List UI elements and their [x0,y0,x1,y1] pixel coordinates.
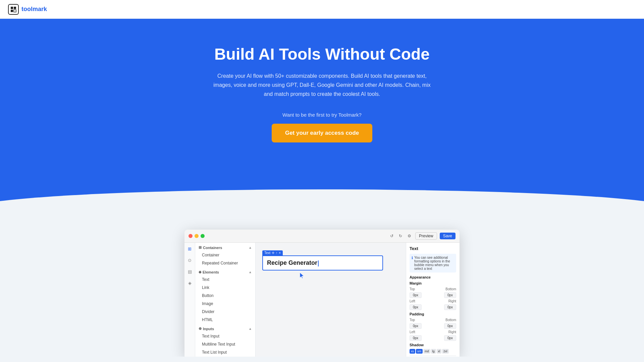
sidebar-item-container[interactable]: Container [195,251,255,259]
margin-lr-inputs [410,304,456,310]
titlebar-actions: ↺ ↻ ⚙ Preview Save [389,232,455,240]
settings-icon[interactable]: ⚙ [406,233,413,239]
prop-divider [410,356,456,356]
margin-top-input[interactable] [410,292,422,298]
logo[interactable]: toolmark [8,4,47,15]
shadow-sm-btn[interactable]: sm [416,349,423,354]
sidebar-inputs-header[interactable]: ⊕ Inputs ▲ [195,324,255,332]
shadow-buttons: xs sm md lg xl 2xl [410,349,456,354]
padding-bottom-label: Bottom [445,318,456,322]
canvas-text-element[interactable]: Recipe Generator [262,255,383,270]
shadow-lg-btn[interactable]: lg [431,349,436,354]
margin-left-input[interactable] [410,304,422,310]
sidebar-item-multiline-text-input[interactable]: Multiline Text Input [195,340,255,348]
window-controls [189,234,205,238]
early-access-button[interactable]: Get your early access code [272,124,372,142]
margin-right-input[interactable] [444,304,456,310]
margin-title: Margin [410,281,456,285]
image-label: Image [202,301,213,306]
sidebar-item-repeated-container[interactable]: Repeated Container [195,259,255,267]
padding-right-label: Right [448,330,456,334]
padding-left-input[interactable] [410,335,422,341]
nav-style-icon[interactable]: ◈ [186,280,193,286]
shadow-xl-btn[interactable]: xl [437,349,442,354]
margin-top-inputs [410,292,456,298]
text-list-input-label: Text List Input [202,350,227,355]
properties-panel: Text ℹ You can see additional formatting… [406,243,460,357]
sidebar-item-image[interactable]: Image [195,300,255,308]
info-icon: ℹ [412,256,413,270]
text-input-label: Text Input [202,334,219,339]
hero-section: Build AI Tools Without Code Create your … [0,19,644,209]
sidebar-item-divider[interactable]: Divider [195,308,255,316]
hero-title: Build AI Tools Without Code [8,46,636,63]
move-icon: ✛ [272,251,274,255]
elements-icon: ◈ [199,270,201,274]
svg-rect-2 [11,10,13,12]
app-window: ↺ ↻ ⚙ Preview Save ⊞ ⊙ ▤ ◈ ⊞ Contai [184,230,460,357]
nav-layout-icon[interactable]: ▤ [186,268,193,275]
margin-top-label: Top [410,287,415,291]
delete-icon: × [279,251,281,255]
up-icon: ↑ [276,251,277,255]
containers-icon: ⊞ [199,245,202,250]
padding-right-input[interactable] [444,335,456,341]
margin-right-label: Right [448,299,456,303]
redo-icon[interactable]: ↻ [397,233,404,239]
text-cursor [318,260,319,266]
margin-left-label: Left [410,299,415,303]
padding-top-label: Top [410,318,415,322]
sidebar-item-text-input[interactable]: Text Input [195,332,255,340]
svg-rect-0 [11,7,13,9]
sidebar-item-text-list-input[interactable]: Text List Input [195,348,255,356]
element-type-label: Text [264,251,270,255]
shadow-md-btn[interactable]: md [423,349,430,354]
sidebar-item-text-editor-input[interactable]: Text Editor Input [195,356,255,357]
mouse-cursor [299,272,305,281]
button-label: Button [202,293,214,298]
sidebar-containers-header[interactable]: ⊞ Containers ▲ [195,243,255,251]
html-label: HTML [202,317,213,322]
repeated-container-label: Repeated Container [202,261,238,265]
svg-rect-1 [14,7,16,9]
nav-components-icon[interactable]: ⊞ [186,245,193,252]
save-button[interactable]: Save [440,233,455,239]
undo-icon[interactable]: ↺ [389,233,395,239]
padding-title: Padding [410,312,456,316]
logo-icon [8,4,19,15]
padding-top-inputs [410,323,456,329]
divider-label: Divider [202,309,214,314]
canvas-area[interactable]: Text ✛ ↑ × Recipe Generator [256,243,406,357]
sidebar-inputs-label: ⊕ Inputs [199,326,214,331]
padding-top-row: Top Bottom [410,318,456,322]
padding-bottom-input[interactable] [444,323,456,329]
sidebar-item-link[interactable]: Link [195,284,255,292]
canvas-element-wrapper: Text ✛ ↑ × Recipe Generator [262,249,399,270]
sidebar-elements-header[interactable]: ◈ Elements ▲ [195,267,255,276]
screenshot-section: ↺ ↻ ⚙ Preview Save ⊞ ⊙ ▤ ◈ ⊞ Contai [0,209,644,357]
shadow-2xl-btn[interactable]: 2xl [442,349,449,354]
element-toolbar: Text ✛ ↑ × [262,250,283,255]
shadow-xs-btn[interactable]: xs [410,349,415,354]
nav-settings-icon[interactable]: ⊙ [186,257,193,263]
window-minimize-btn [195,234,199,238]
hero-cta-text: Want to be the first to try Toolmark? [8,112,636,118]
container-label: Container [202,253,219,257]
appearance-title: Appearance [410,275,456,279]
svg-marker-4 [300,273,304,279]
prop-info-box: ℹ You can see additional formatting opti… [410,254,456,273]
sidebar-nav-icons: ⊞ ⊙ ▤ ◈ [184,243,195,357]
inputs-icon: ⊕ [199,326,202,331]
svg-rect-3 [14,10,16,12]
sidebar-item-html[interactable]: HTML [195,316,255,324]
sidebar-item-button[interactable]: Button [195,292,255,300]
padding-top-input[interactable] [410,323,422,329]
link-label: Link [202,285,209,290]
sidebar-elements-label: ◈ Elements [199,270,219,274]
margin-bottom-input[interactable] [444,292,456,298]
padding-lr-inputs [410,335,456,341]
shadow-title: Shadow [410,343,456,347]
margin-top-row: Top Bottom [410,287,456,291]
preview-button[interactable]: Preview [415,232,437,240]
sidebar-item-text[interactable]: Text [195,276,255,284]
